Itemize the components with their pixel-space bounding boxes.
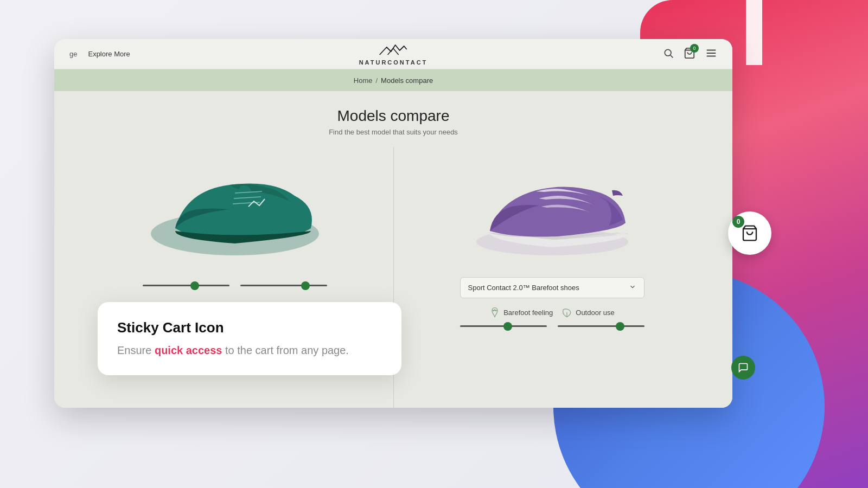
nav-logo[interactable]: NATURCONTACT xyxy=(359,43,428,66)
foot-icon xyxy=(489,307,500,318)
outdoor-label: Outdoor use xyxy=(576,309,615,317)
svg-point-13 xyxy=(496,310,497,311)
leaf-icon xyxy=(561,307,572,318)
nav-cart-icon[interactable]: 0 xyxy=(684,47,695,61)
page-title-section: Models compare Find the best model that … xyxy=(76,107,711,136)
logo-icon xyxy=(377,43,410,58)
sticky-cart-badge: 0 xyxy=(732,216,744,228)
left-slider-1-dot[interactable] xyxy=(190,281,199,290)
nav-icons: 0 xyxy=(663,47,717,61)
feature-outdoor: Outdoor use xyxy=(561,307,615,318)
nav-explore-link[interactable]: Explore More xyxy=(88,50,130,58)
right-slider-1-dot[interactable] xyxy=(503,322,512,331)
dropdown-chevron-icon xyxy=(629,283,636,292)
breadcrumb-current: Models compare xyxy=(381,76,433,85)
right-slider-2-dot[interactable] xyxy=(616,322,624,331)
left-slider-2-dot[interactable] xyxy=(301,281,310,290)
sticky-cart-icon xyxy=(741,224,758,242)
svg-point-12 xyxy=(494,310,495,311)
breadcrumb-home[interactable]: Home xyxy=(354,76,373,85)
right-slider-1[interactable] xyxy=(460,325,547,327)
teal-shoe-svg xyxy=(143,147,327,266)
shoe-image-left xyxy=(143,147,327,266)
nav-cart-badge: 0 xyxy=(690,44,699,53)
feature-tags: Barefoot feeling Outdoor use xyxy=(489,307,615,318)
left-slider-1[interactable] xyxy=(143,285,229,286)
product-col-right: Sport Contact 2.0™ Barefoot shoes xyxy=(393,147,711,408)
tooltip-prefix: Ensure xyxy=(117,344,155,356)
nav-prev-label: ge xyxy=(69,50,77,58)
svg-point-0 xyxy=(665,49,671,56)
purple-shoe-svg xyxy=(460,147,644,266)
tooltip-suffix: to the cart from any page. xyxy=(222,344,348,356)
chat-icon xyxy=(738,362,749,373)
page-title: Models compare xyxy=(76,107,711,125)
sticky-cart-button[interactable]: 0 xyxy=(728,211,771,255)
dropdown-label: Sport Contact 2.0™ Barefoot shoes xyxy=(468,284,579,292)
breadcrumb-separator: / xyxy=(375,76,378,85)
tooltip-highlight: quick access xyxy=(155,344,222,356)
svg-line-1 xyxy=(671,55,673,57)
left-sliders xyxy=(143,285,327,286)
tooltip-card: Sticky Cart Icon Ensure quick access to … xyxy=(98,302,401,375)
breadcrumb: Home / Models compare xyxy=(54,69,732,91)
shoe-image-right xyxy=(460,147,644,266)
left-slider-2[interactable] xyxy=(240,285,327,286)
product-dropdown[interactable]: Sport Contact 2.0™ Barefoot shoes xyxy=(460,277,644,298)
tooltip-title: Sticky Cart Icon xyxy=(117,319,382,336)
nav-bar: ge Explore More NATURCONTACT 0 xyxy=(54,39,732,69)
nav-left: ge Explore More xyxy=(69,50,130,58)
chat-button[interactable] xyxy=(731,356,755,380)
right-sliders xyxy=(460,325,644,327)
hamburger-icon[interactable] xyxy=(705,47,717,61)
barefoot-label: Barefoot feeling xyxy=(503,309,553,317)
feature-barefoot: Barefoot feeling xyxy=(489,307,553,318)
logo-text: NATURCONTACT xyxy=(359,59,428,66)
page-subtitle: Find the best model that suits your need… xyxy=(76,128,711,136)
right-slider-2[interactable] xyxy=(558,325,644,327)
svg-point-11 xyxy=(493,310,494,311)
search-icon[interactable] xyxy=(663,48,674,61)
bg-white-stripe xyxy=(746,0,762,65)
tooltip-body: Ensure quick access to the cart from any… xyxy=(117,343,382,358)
browser-window: ge Explore More NATURCONTACT 0 xyxy=(54,39,732,408)
